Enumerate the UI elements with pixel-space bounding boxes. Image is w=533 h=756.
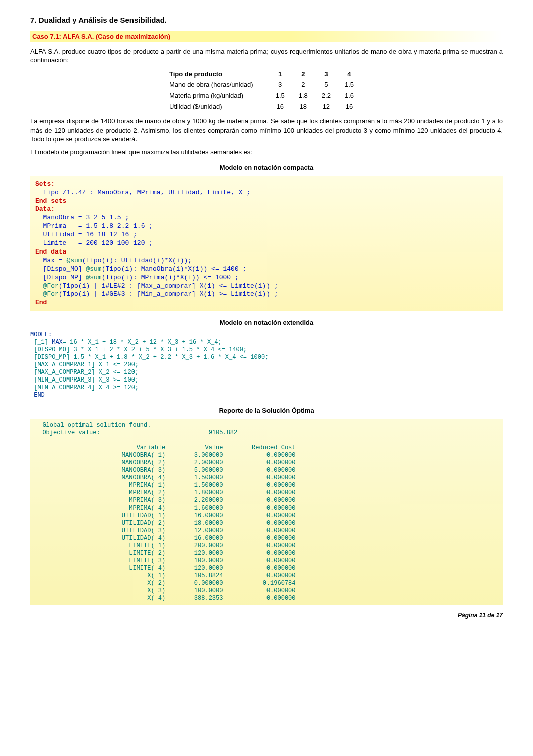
- td: 16: [343, 101, 366, 112]
- th: 2: [297, 69, 320, 80]
- code-line: (Tipo(i): MPrima(i)*X(i)) <= 1000 ;: [102, 274, 239, 281]
- kw-func: @sum: [86, 274, 101, 281]
- report-row: X( 1) 105.8824 0.000000: [35, 572, 295, 579]
- kw: END: [30, 392, 45, 399]
- td: 1.5: [343, 79, 366, 90]
- kw: End: [35, 299, 47, 306]
- code-line: [Dispo_MP]: [35, 274, 86, 281]
- solution-report: Global optimal solution found. Objective…: [30, 419, 503, 605]
- report-row: X( 3) 100.0000 0.000000: [35, 587, 295, 594]
- td: 3: [274, 79, 297, 90]
- code-line: [35, 282, 43, 290]
- report-row: LIMITE( 2) 120.0000 0.000000: [35, 550, 295, 557]
- compact-model-code: Sets: Tipo /1..4/ : ManoObra, MPrima, Ut…: [30, 176, 503, 311]
- kw: Sets:: [35, 180, 55, 188]
- td: 16: [274, 101, 297, 112]
- code-line: Limite = 200 120 100 120 ;: [35, 239, 153, 247]
- kw-func: @For: [43, 282, 59, 290]
- intro-paragraph-2: La empresa dispone de 1400 horas de mano…: [30, 117, 503, 144]
- td: 2: [297, 79, 320, 90]
- page-footer: Página 11 de 17: [30, 611, 503, 619]
- case-heading: Caso 7.1: ALFA S.A. (Caso de maximizació…: [30, 31, 503, 42]
- report-row: UTILIDAD( 3) 12.00000 0.000000: [35, 527, 295, 534]
- report-row: UTILIDAD( 1) 16.00000 0.000000: [35, 512, 295, 519]
- td: 18: [297, 101, 320, 112]
- code-line: Tipo /1..4/ : ManoObra, MPrima, Utilidad…: [35, 189, 250, 196]
- code-line: (Tipo(i): Utilidad(i)*X(i));: [82, 257, 192, 264]
- report-row: MANOOBRA( 2) 2.000000 0.000000: [35, 459, 295, 466]
- report-row: UTILIDAD( 2) 18.00000 0.000000: [35, 520, 295, 527]
- td: Materia prima (kg/unidad): [167, 90, 274, 101]
- td: 12: [320, 101, 343, 112]
- code-line: = 16 * X_1 + 18 * X_2 + 12 * X_3 + 16 * …: [63, 339, 222, 346]
- report-row: MPRIMA( 3) 2.200000 0.000000: [35, 497, 295, 504]
- report-row: LIMITE( 3) 100.0000 0.000000: [35, 557, 295, 564]
- code-line: (Tipo(i) | i#LE#2 : [Max_a_comprar] X(i)…: [59, 282, 278, 290]
- extended-model-code: MODEL: [_1] MAX= 16 * X_1 + 18 * X_2 + 1…: [30, 331, 503, 399]
- section-title: 7. Dualidad y Análisis de Sensibilidad.: [30, 15, 503, 25]
- th: 1: [274, 69, 297, 80]
- table-row: Mano de obra (horas/unidad) 3 2 5 1.5: [167, 79, 366, 90]
- code-line: [MAX_A_COMPRAR_1] X_1 <= 200;: [30, 361, 139, 368]
- report-line: Global optimal solution found.: [35, 422, 151, 429]
- report-row: LIMITE( 1) 200.0000 0.000000: [35, 542, 295, 549]
- parameters-table: Tipo de producto 1 2 3 4 Mano de obra (h…: [167, 69, 366, 112]
- report-row: LIMITE( 4) 120.0000 0.000000: [35, 565, 295, 572]
- report-row: MANOOBRA( 4) 1.500000 0.000000: [35, 474, 295, 481]
- code-line: Max =: [35, 257, 66, 264]
- td: 1.8: [297, 90, 320, 101]
- report-row: MANOOBRA( 3) 5.000000 0.000000: [35, 467, 295, 474]
- code-line: (Tipo(i) | i#GE#3 : [Min_a_comprar] X(i)…: [59, 290, 278, 298]
- code-line: (Tipo(i): ManoObra(i)*X(i)) <= 1400 ;: [102, 265, 247, 273]
- kw: Data:: [35, 205, 55, 213]
- extended-model-heading: Modelo en notación extendida: [30, 318, 503, 327]
- kw-func: @sum: [86, 265, 101, 273]
- compact-model-heading: Modelo en notación compacta: [30, 163, 503, 172]
- kw-func: @For: [43, 290, 59, 298]
- code-line: [Dispo_MO]: [35, 265, 86, 273]
- report-row: MANOOBRA( 1) 3.000000 0.000000: [35, 452, 295, 459]
- intro-paragraph-3: El modelo de programación lineal que max…: [30, 148, 503, 157]
- kw: End sets: [35, 197, 66, 205]
- table-row: Utilidad ($/unidad) 16 18 12 16: [167, 101, 366, 112]
- code-line: [MAX_A_COMPRAR_2] X_2 <= 120;: [30, 369, 139, 376]
- code-line: Utilidad = 16 18 12 16 ;: [35, 231, 137, 238]
- report-row: UTILIDAD( 4) 16.00000 0.000000: [35, 535, 295, 542]
- td: 5: [320, 79, 343, 90]
- report-colhead: Variable Value Reduced Cost: [35, 444, 295, 451]
- report-line: Objective value: 9105.882: [35, 429, 237, 436]
- code-line: [MIN_A_COMPRAR_4] X_4 >= 120;: [30, 384, 139, 391]
- report-heading: Reporte de la Solución Óptima: [30, 406, 503, 415]
- kw: MAX: [52, 339, 63, 346]
- kw: MODEL:: [30, 331, 52, 338]
- code-line: ManoObra = 3 2 5 1.5 ;: [35, 214, 129, 221]
- td: 1.6: [343, 90, 366, 101]
- report-row: MPRIMA( 1) 1.500000 0.000000: [35, 482, 295, 489]
- table-row: Materia prima (kg/unidad) 1.5 1.8 2.2 1.…: [167, 90, 366, 101]
- code-line: [35, 290, 43, 298]
- code-line: [MIN_A_COMPRAR_3] X_3 >= 100;: [30, 376, 139, 384]
- th: 4: [343, 69, 366, 80]
- code-line: [_1]: [30, 339, 52, 346]
- th: Tipo de producto: [167, 69, 274, 80]
- code-line: [DISPO_MO] 3 * X_1 + 2 * X_2 + 5 * X_3 +…: [30, 346, 247, 353]
- intro-paragraph-1: ALFA S.A. produce cuatro tipos de produc…: [30, 47, 503, 65]
- code-line: MPrima = 1.5 1.8 2.2 1.6 ;: [35, 222, 153, 230]
- kw-func: @sum: [66, 257, 82, 264]
- td: Utilidad ($/unidad): [167, 101, 274, 112]
- code-line: [DISPO_MP] 1.5 * X_1 + 1.8 * X_2 + 2.2 *…: [30, 354, 269, 361]
- td: 2.2: [320, 90, 343, 101]
- kw: End data: [35, 248, 66, 256]
- th: 3: [320, 69, 343, 80]
- report-row: X( 2) 0.000000 0.1960784: [35, 580, 295, 587]
- td: Mano de obra (horas/unidad): [167, 79, 274, 90]
- table-header-row: Tipo de producto 1 2 3 4: [167, 69, 366, 80]
- report-row: MPRIMA( 4) 1.600000 0.000000: [35, 505, 295, 512]
- td: 1.5: [274, 90, 297, 101]
- report-row: MPRIMA( 2) 1.800000 0.000000: [35, 489, 295, 496]
- report-row: X( 4) 388.2353 0.000000: [35, 595, 295, 602]
